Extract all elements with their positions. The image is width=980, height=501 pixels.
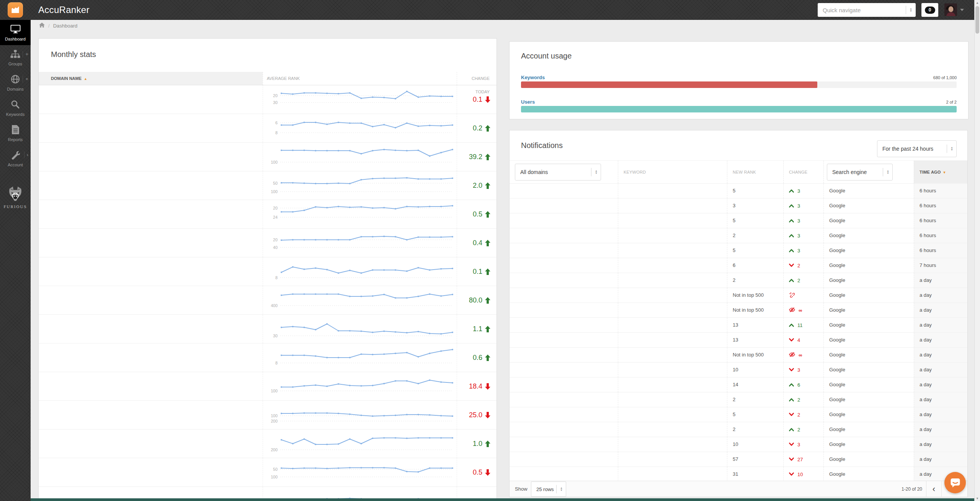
rows-per-page-select[interactable]: 25 rows ▲▼ [531, 481, 566, 497]
domain-name-cell[interactable] [39, 143, 263, 171]
search-engine-cell: Google [823, 363, 914, 377]
domain-name-cell[interactable] [39, 171, 263, 200]
sidebar-item-domains[interactable]: Domains+ [0, 70, 31, 95]
scrollbar-thumb[interactable] [975, 6, 979, 34]
search-engine-cell: Google [823, 184, 914, 198]
agency-logo[interactable]: FURIOUS [0, 185, 31, 209]
change-cell: 3 [783, 363, 823, 377]
column-header-domain-name[interactable]: DOMAIN NAME▲ [39, 72, 263, 85]
sidebar-item-badge[interactable]: › [24, 151, 28, 158]
sidebar-item-label: Groups [0, 62, 31, 66]
period-filter-select[interactable]: For the past 24 hours ▲▼ [877, 140, 957, 157]
notification-row[interactable]: 62Google7 hours [510, 258, 967, 273]
sidebar-item-groups[interactable]: Groups+ [0, 45, 31, 70]
notification-row[interactable]: 134Googlea day [510, 332, 967, 347]
axis-tick-label: 8 [275, 130, 278, 135]
domain-name-cell[interactable] [39, 200, 263, 228]
column-header-change[interactable]: CHANGE [784, 170, 807, 174]
scroll-up-icon[interactable]: ▲ [975, 0, 980, 5]
domain-cell [510, 303, 618, 317]
domain-name-cell[interactable] [39, 85, 263, 114]
change-cell: 2 [783, 392, 823, 407]
breadcrumb-current[interactable]: Dashboard [53, 23, 78, 29]
sidebar-item-reports[interactable]: Reports [0, 120, 31, 146]
column-header-average-rank[interactable]: AVERAGE RANK [263, 72, 457, 85]
average-rank-chart-cell: 100 [263, 143, 457, 171]
domain-name-cell[interactable] [39, 372, 263, 400]
notification-row[interactable]: 103Googlea day [510, 437, 967, 452]
notification-row[interactable]: 22Googlea day [510, 273, 967, 288]
scroll-down-icon[interactable]: ▼ [975, 496, 980, 501]
keywords-icon [11, 100, 20, 110]
select-arrows-icon: ▲▼ [947, 145, 953, 153]
top-bar: AccuRanker Quick navigate ▲▼ 0 [0, 0, 974, 20]
notification-row[interactable]: 53Google6 hours [510, 213, 967, 228]
notification-row[interactable]: 52Googlea day [510, 407, 967, 422]
domain-cell [510, 213, 618, 228]
chat-launcher-button[interactable] [944, 472, 966, 493]
notification-row[interactable]: 103Googlea day [510, 362, 967, 377]
domain-name-cell[interactable] [39, 343, 263, 372]
time-ago-cell: a day [914, 363, 967, 377]
monthly-stats-card: Monthly stats DOMAIN NAME▲ AVERAGE RANK … [38, 38, 497, 501]
domain-filter-select[interactable]: All domains ▲▼ [515, 164, 601, 181]
time-ago-cell: a day [914, 348, 967, 362]
quick-navigate-select[interactable]: Quick navigate ▲▼ [818, 3, 916, 17]
sidebar-item-badge[interactable]: + [23, 76, 28, 83]
search-engine-cell: Google [823, 348, 914, 362]
domain-name-cell[interactable] [39, 315, 263, 343]
sidebar-item-keywords[interactable]: Keywords [0, 95, 31, 120]
domain-name-cell[interactable] [39, 401, 263, 429]
user-avatar[interactable] [944, 3, 957, 16]
notifications-count-button[interactable]: 0 [921, 3, 938, 17]
axis-tick-label: 8 [275, 275, 278, 280]
domain-name-cell[interactable] [39, 286, 263, 314]
domain-name-cell[interactable] [39, 114, 263, 142]
notification-row[interactable]: 22Googlea day [510, 392, 967, 407]
keywords-usage-link[interactable]: Keywords [521, 75, 545, 80]
domain-cell [510, 363, 618, 377]
notification-row[interactable]: 3110Googlea day [510, 467, 967, 481]
sidebar-item-badge[interactable]: + [23, 51, 28, 58]
average-rank-chart-cell: 2040 [263, 229, 457, 257]
notification-row[interactable]: Not in top 500∞Googlea day [510, 347, 967, 362]
new-rank-cell: Not in top 500 [727, 303, 783, 317]
domain-name-cell[interactable] [39, 458, 263, 486]
app-logo[interactable] [0, 0, 31, 20]
sidebar-item-account[interactable]: Account› [0, 146, 31, 171]
notification-row[interactable]: 33Google6 hours [510, 198, 967, 213]
sparkline [281, 294, 452, 298]
sidebar-item-dashboard[interactable]: Dashboard [0, 20, 31, 45]
chevron-up-icon [789, 427, 794, 433]
column-header-keyword[interactable]: KEYWORD [618, 170, 646, 174]
monthly-stats-header: DOMAIN NAME▲ AVERAGE RANK CHANGE TODAY [39, 72, 497, 85]
sparkline [281, 178, 452, 184]
prev-page-button[interactable]: ‹ [926, 481, 941, 497]
notification-row[interactable]: Not in top 500Googlea day [510, 288, 967, 303]
change-value: 2 [797, 412, 800, 418]
sidebar-item-label: Domains [0, 87, 31, 91]
user-menu-caret-icon[interactable] [960, 9, 964, 11]
domain-cell [510, 273, 618, 288]
notification-row[interactable]: 146Googlea day [510, 377, 967, 392]
scrollbar[interactable]: ▲ ▼ [974, 0, 980, 501]
notification-row[interactable]: 53Google6 hours [510, 243, 967, 258]
domain-cell [510, 318, 618, 332]
search-engine-filter-select[interactable]: Search engine ▲▼ [827, 164, 893, 181]
column-header-new-rank[interactable]: NEW RANK [727, 170, 756, 174]
column-header-change-today[interactable]: CHANGE TODAY [457, 72, 497, 85]
notification-row[interactable]: 1311Googlea day [510, 317, 967, 332]
column-header-time-ago[interactable]: TIME AGO▼ [914, 170, 946, 174]
change-today-cell: 0.5 [457, 458, 497, 486]
users-usage-link[interactable]: Users [521, 99, 535, 105]
notification-row[interactable]: Not in top 500∞Googlea day [510, 303, 967, 317]
home-icon[interactable] [39, 23, 45, 29]
notification-row[interactable]: 23Google6 hours [510, 228, 967, 243]
time-ago-cell: a day [914, 392, 967, 407]
notification-row[interactable]: 5727Googlea day [510, 452, 967, 467]
domain-name-cell[interactable] [39, 429, 263, 458]
domain-name-cell[interactable] [39, 229, 263, 257]
notification-row[interactable]: 22Googlea day [510, 422, 967, 437]
domain-name-cell[interactable] [39, 257, 263, 286]
notification-row[interactable]: 53Google6 hours [510, 183, 967, 198]
